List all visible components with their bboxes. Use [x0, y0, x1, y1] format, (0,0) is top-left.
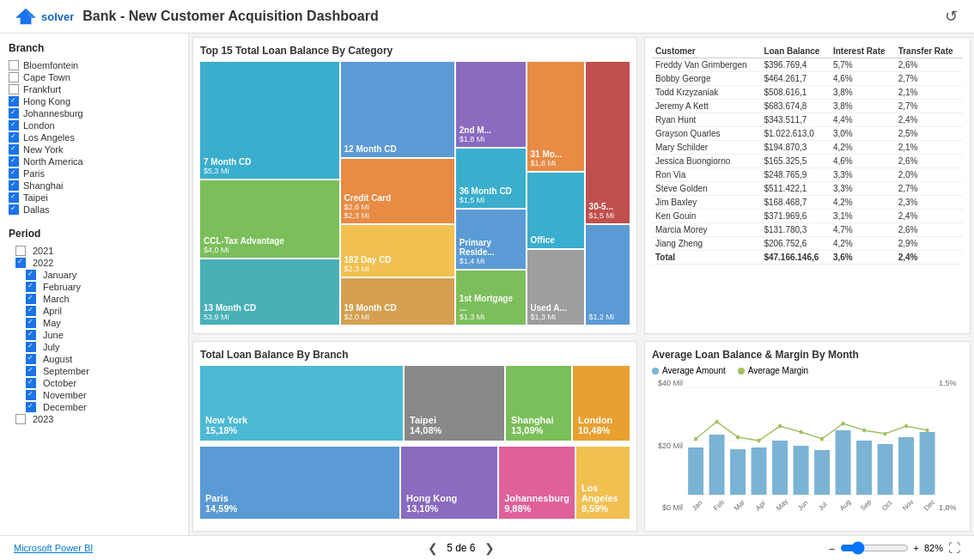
period-checkbox[interactable]	[26, 390, 36, 400]
period-item[interactable]: 2022	[9, 257, 180, 269]
branch-item[interactable]: Taipei	[9, 192, 180, 204]
period-checkbox[interactable]	[26, 354, 36, 364]
period-checkbox[interactable]	[15, 258, 26, 268]
branch-item[interactable]: Frankfurt	[9, 83, 180, 95]
period-item[interactable]: 2023	[9, 413, 180, 425]
table-row[interactable]: Ron Via$248.765,93,3%2,0%	[652, 168, 963, 182]
table-row[interactable]: Jim Baxley$168.468,74,2%2,3%	[652, 196, 963, 210]
zoom-minus[interactable]: –	[829, 543, 834, 553]
period-checkbox[interactable]	[26, 306, 36, 316]
prev-button[interactable]: ❮	[428, 541, 438, 555]
zoom-plus[interactable]: +	[914, 543, 919, 553]
table-row[interactable]: Freddy Van Grimbergen$396.769,45,7%2,6%	[652, 58, 963, 72]
period-checkbox[interactable]	[26, 330, 36, 340]
tm-cell-extra[interactable]: $1,2 Mi	[586, 225, 630, 325]
table-row[interactable]: Todd Krzyzaniak$508.616,13,8%2,1%	[652, 86, 963, 100]
branch-checkbox[interactable]	[9, 192, 19, 203]
table-row[interactable]: Bobby George$464.261,74,6%2,7%	[652, 72, 963, 86]
period-checkbox[interactable]	[15, 246, 26, 256]
branch-item[interactable]: North America	[9, 155, 180, 167]
branch-item[interactable]: Bloemfontein	[9, 59, 180, 71]
tm-cell-2nd[interactable]: 2nd M... $1,8 Mi	[456, 62, 526, 147]
table-row[interactable]: Mary Schilder$194.870,34,2%2,1%	[652, 141, 963, 155]
period-checkbox[interactable]	[26, 318, 36, 328]
branch-checkbox[interactable]	[9, 60, 19, 70]
branch-item[interactable]: Dallas	[9, 204, 180, 216]
branch-item[interactable]: Paris	[9, 167, 180, 180]
table-row[interactable]: Jiang Zheng$206.752,64,2%2,9%	[652, 237, 963, 251]
branch-checkbox[interactable]	[9, 120, 19, 131]
period-item[interactable]: May	[9, 317, 180, 329]
tm-cell-305[interactable]: 30-5... $1,5 Mi	[586, 62, 630, 223]
period-item[interactable]: June	[9, 329, 180, 341]
period-item[interactable]: August	[9, 353, 180, 365]
period-item[interactable]: October	[9, 377, 180, 389]
branch-cell-shanghai[interactable]: Shanghai 13,09%	[506, 366, 571, 441]
branch-item[interactable]: Johannesburg	[9, 107, 180, 119]
tm-cell-182day[interactable]: 182 Day CD $2,3 Mi	[341, 225, 454, 277]
period-item[interactable]: April	[9, 305, 180, 317]
branch-item[interactable]: London	[9, 119, 180, 131]
table-row[interactable]: Jessica Buongiorno$165.325,54,6%2,6%	[652, 155, 963, 168]
branch-item[interactable]: Hong Kong	[9, 95, 180, 107]
branch-checkbox[interactable]	[9, 168, 19, 179]
period-item[interactable]: December	[9, 401, 180, 413]
period-checkbox[interactable]	[26, 366, 36, 376]
branch-cell-london[interactable]: London 10,48%	[573, 366, 630, 441]
tm-cell-ccl[interactable]: CCL-Tax Advantage $4,0 Mi	[200, 180, 339, 258]
table-row[interactable]: Grayson Quarles$1.022.613,03,0%2,5%	[652, 127, 963, 141]
branch-checkbox[interactable]	[9, 180, 19, 191]
period-checkbox[interactable]	[26, 294, 36, 304]
refresh-button[interactable]: ↺	[941, 7, 960, 26]
tm-cell-7month[interactable]: 7 Month CD $5,3 Mi	[200, 62, 339, 179]
period-item[interactable]: July	[9, 341, 180, 353]
period-item[interactable]: September	[9, 365, 180, 377]
branch-item[interactable]: Los Angeles	[9, 131, 180, 143]
branch-checkbox[interactable]	[9, 204, 19, 215]
branch-checkbox[interactable]	[9, 108, 19, 119]
next-button[interactable]: ❯	[484, 541, 495, 555]
powerbi-link[interactable]: Microsoft Power BI	[14, 543, 93, 553]
period-checkbox[interactable]	[26, 270, 36, 280]
branch-checkbox[interactable]	[9, 72, 19, 82]
period-checkbox[interactable]	[26, 342, 36, 352]
period-checkbox[interactable]	[26, 378, 36, 388]
table-row[interactable]: Jeremy A Kett$683.674,83,8%2,7%	[652, 100, 963, 113]
period-checkbox[interactable]	[26, 402, 36, 412]
branch-cell-newyork[interactable]: New York 15,18%	[200, 366, 403, 441]
table-row[interactable]: Ken Gouin$371.969,63,1%2,4%	[652, 210, 963, 223]
period-item[interactable]: March	[9, 293, 180, 305]
branch-item[interactable]: New York	[9, 143, 180, 155]
branch-item[interactable]: Shanghai	[9, 180, 180, 192]
branch-item[interactable]: Cape Town	[9, 71, 180, 83]
period-item[interactable]: 2021	[9, 245, 180, 257]
table-row[interactable]: Total$47.166.146,63,6%2,4%	[652, 251, 963, 265]
branch-checkbox[interactable]	[9, 144, 19, 155]
fit-button[interactable]: ⛶	[948, 541, 960, 555]
tm-cell-12month[interactable]: 12 Month CD	[341, 62, 454, 157]
branch-checkbox[interactable]	[9, 132, 19, 143]
tm-cell-office[interactable]: Office	[527, 173, 584, 247]
branch-checkbox[interactable]	[9, 156, 19, 167]
tm-cell-19month[interactable]: 19 Month CD $2,0 Mi	[341, 278, 454, 325]
tm-cell-31mo[interactable]: 31 Mo... $1,8 Mi	[527, 62, 584, 171]
branch-cell-hongkong[interactable]: Hong Kong 13,10%	[401, 447, 497, 519]
table-row[interactable]: Marcia Morey$131.780,34,7%2,6%	[652, 223, 963, 237]
branch-cell-taipei[interactable]: Taipei 14,08%	[405, 366, 504, 441]
tm-cell-36month[interactable]: 36 Month CD $1,5 Mi	[456, 149, 526, 208]
table-row[interactable]: Steve Golden$511.422,13,3%2,7%	[652, 182, 963, 196]
branch-checkbox[interactable]	[9, 84, 19, 94]
branch-cell-paris[interactable]: Paris 14,59%	[200, 447, 399, 519]
branch-cell-losangeles[interactable]: Los Angeles 9,59%	[576, 447, 630, 519]
period-item[interactable]: November	[9, 389, 180, 401]
zoom-slider[interactable]	[840, 541, 909, 555]
period-checkbox[interactable]	[15, 414, 26, 424]
tm-cell-credit[interactable]: Credit Card $2,6 Mi $2,3 Mi	[341, 159, 454, 223]
branch-checkbox[interactable]	[9, 96, 19, 107]
tm-cell-primary[interactable]: Primary Reside... $1,4 Mi	[456, 210, 526, 269]
branch-cell-johannesburg[interactable]: Johannesburg 9,88%	[499, 447, 575, 519]
tm-cell-useda[interactable]: Used A... $1,3 Mi	[527, 250, 584, 325]
tm-cell-1stmortgage[interactable]: 1st Mortgage ... $1,3 Mi	[456, 271, 526, 325]
period-item[interactable]: February	[9, 281, 180, 293]
table-row[interactable]: Ryan Hunt$343.511,74,4%2,4%	[652, 113, 963, 127]
